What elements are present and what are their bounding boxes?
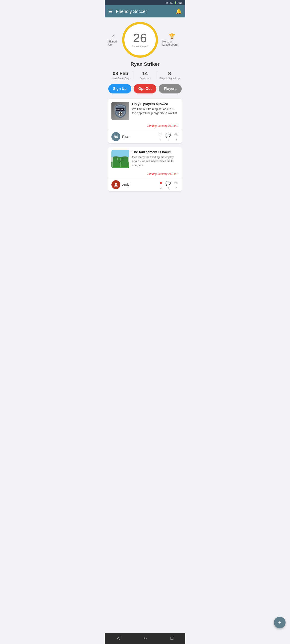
time: 4:18	[178, 1, 183, 4]
days-until-value: 14	[133, 71, 157, 76]
left-stat: ✓ Signed Up	[108, 33, 118, 46]
battery-icon: 🔋	[174, 1, 177, 4]
post-card-2: The tournament is back! Get ready for ex…	[108, 147, 182, 192]
post-title-2: The tournament is back!	[132, 150, 179, 154]
warning-icon: ⚠	[166, 1, 168, 4]
post-avatar-2	[111, 180, 120, 189]
main-content: ✓ Signed Up 26 Times Played 🏆 No. 1 on L…	[105, 18, 185, 633]
signal-icon: 4G	[170, 1, 173, 4]
post-actions-2: ♥ 2 💬 0 👁 7	[160, 180, 179, 189]
post-text-2: The tournament is back! Get ready for ex…	[132, 150, 179, 168]
players-signed-up-value: 8	[157, 71, 182, 76]
post-text-1: Only 8 players allowed We limit our trai…	[132, 102, 179, 115]
post-author-1: Ryan	[122, 135, 156, 138]
game-date-item: 08 Feb Next Game Day	[108, 71, 133, 80]
svg-point-10	[119, 162, 120, 163]
comment-icon-2[interactable]: 💬	[165, 180, 171, 186]
checkmark-icon: ✓	[111, 33, 115, 39]
opt-out-button[interactable]: Opt Out	[134, 84, 157, 94]
right-stat-label: No. 1 on Leaderboard	[162, 40, 182, 46]
post-image-shield: FRIENDLY SOCCER	[111, 102, 129, 120]
post-desc-2: Get ready for exciting matchplay again -…	[132, 155, 179, 168]
view-count-1: 8	[176, 138, 177, 141]
like-group-1[interactable]: ♡ 1	[158, 132, 162, 141]
game-date-label: Next Game Day	[108, 77, 133, 80]
post-title-1: Only 8 players allowed	[132, 102, 179, 106]
svg-point-15	[115, 183, 117, 185]
stats-section: ✓ Signed Up 26 Times Played 🏆 No. 1 on L…	[108, 22, 182, 58]
menu-icon[interactable]: ☰	[108, 9, 112, 14]
sign-up-button[interactable]: Sign Up	[108, 84, 131, 94]
players-signed-up-label: Players Signed Up	[157, 77, 182, 80]
trophy-icon: 🏆	[169, 33, 175, 39]
eye-icon-1: 👁	[174, 132, 179, 138]
game-date-value: 08 Feb	[108, 71, 133, 76]
comment-group-2[interactable]: 💬 0	[165, 180, 171, 189]
heart-icon-1[interactable]: ♡	[158, 132, 162, 138]
recent-apps-button[interactable]: □	[170, 635, 173, 641]
bottom-navigation: ◁ ○ □	[105, 633, 185, 644]
view-group-1: 👁 8	[174, 132, 179, 141]
like-count-2: 2	[160, 186, 162, 189]
eye-icon-2: 👁	[174, 181, 179, 186]
header: ☰ Friendly Soccer 🔔	[105, 5, 185, 18]
svg-text:FRIENDLY SOCCER: FRIENDLY SOCCER	[115, 109, 125, 110]
post-date-1: Sunday, January 24, 2021	[108, 123, 182, 130]
times-played-circle: 26 Times Played	[122, 22, 158, 58]
times-played-label: Times Played	[132, 45, 148, 48]
game-info-row: 08 Feb Next Game Day 14 Days Until 8 Pla…	[108, 71, 182, 80]
back-button[interactable]: ◁	[117, 635, 120, 641]
post-date-2: Sunday, January 24, 2021	[108, 171, 182, 178]
bell-icon[interactable]: 🔔	[176, 8, 182, 14]
comment-count-1: 1	[167, 138, 169, 141]
app-title: Friendly Soccer	[116, 9, 172, 14]
view-count-2: 7	[176, 186, 177, 189]
post-author-2: Andy	[122, 183, 158, 186]
post-footer-1: RS Ryan ♡ 1 💬 1 👁 8	[108, 130, 182, 143]
post-avatar-1: RS	[111, 132, 120, 141]
svg-rect-14	[128, 157, 129, 162]
days-until-item: 14 Days Until	[133, 71, 157, 80]
status-bar: ⚠ 4G 🔋 4:18	[105, 0, 185, 5]
post-desc-1: We limit our training squads to 8 - the …	[132, 107, 179, 115]
comment-icon-1[interactable]: 💬	[165, 132, 171, 138]
players-signed-up-item: 8 Players Signed Up	[157, 71, 182, 80]
right-stat: 🏆 No. 1 on Leaderboard	[162, 33, 182, 46]
post-footer-2: Andy ♥ 2 💬 0 👁 7	[108, 178, 182, 192]
players-button[interactable]: Players	[159, 84, 182, 94]
home-button[interactable]: ○	[144, 635, 147, 641]
times-played-number: 26	[133, 32, 147, 44]
svg-rect-13	[111, 157, 113, 162]
action-buttons: Sign Up Opt Out Players	[108, 84, 182, 94]
post-actions-1: ♡ 1 💬 1 👁 8	[158, 132, 179, 141]
svg-point-12	[120, 161, 121, 162]
svg-point-11	[121, 162, 122, 164]
heart-icon-2[interactable]: ♥	[160, 181, 162, 186]
view-group-2: 👁 7	[174, 181, 179, 189]
post-card-1: FRIENDLY SOCCER Only 8 players allowed W…	[108, 99, 182, 143]
like-group-2[interactable]: ♥ 2	[160, 181, 162, 189]
left-stat-label: Signed Up	[108, 40, 118, 46]
comment-group-1[interactable]: 💬 1	[165, 132, 171, 141]
comment-count-2: 0	[167, 186, 169, 189]
post-image-field	[111, 150, 129, 168]
player-name: Ryan Striker	[108, 61, 182, 67]
like-count-1: 1	[160, 138, 161, 141]
days-until-label: Days Until	[133, 77, 157, 80]
